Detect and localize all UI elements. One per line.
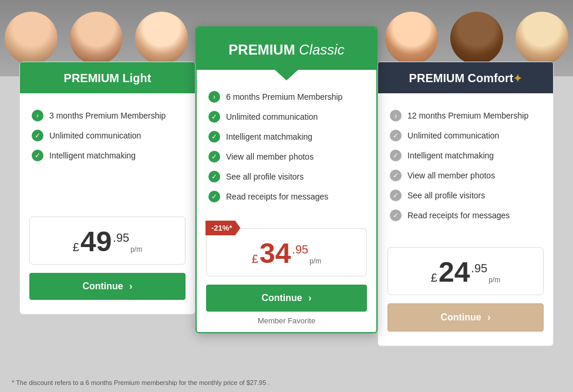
member-favorite-label: Member Favorite [197,316,376,332]
feature-icon-check: ✓ [32,130,43,141]
feature-icon-check: ✓ [208,191,220,202]
cards-section: PREMIUM Light › 3 months Premium Members… [11,26,562,346]
plan-comfort-features: › 12 months Premium Membership ✓ Unlimit… [378,93,553,241]
feature-icon-arrow: › [208,91,220,103]
plan-classic-title-italic: Classic [295,42,345,58]
plan-comfort-price-box: £ 24 .95 p/m [387,247,544,295]
price-currency: £ [431,271,437,285]
plan-comfort-title-styled: Comfort [464,72,513,85]
feature-label: Intelligent matchmaking [407,151,494,160]
feature-label: Intelligent matchmaking [226,132,312,141]
plan-light-features: › 3 months Premium Membership ✓ Unlimite… [20,93,195,211]
feature-item: ✓ Intelligent matchmaking [32,150,183,161]
feature-icon-check-gray: ✓ [390,170,402,181]
feature-label: View all member photos [226,152,314,161]
plan-comfort-continue-button[interactable]: Continue › [387,303,544,332]
feature-label: Intelligent matchmaking [49,151,136,160]
feature-item: ✓ Unlimited communication [32,130,183,141]
feature-item: ✓ See all profile visitors [208,171,365,183]
chevron-icon: › [487,312,490,322]
plan-classic-continue-button[interactable]: Continue › [206,285,367,312]
chevron-icon: › [129,281,132,291]
price-main: 49 [80,228,112,256]
plan-light-title-styled: Light [119,72,151,85]
price-display: £ 49 .95 p/m [36,228,179,256]
feature-label: Read receipts for messages [226,192,328,201]
plan-light: PREMIUM Light › 3 months Premium Members… [19,62,196,315]
feature-label: See all profile visitors [407,191,485,200]
plan-classic-features: › 6 months Premium Membership ✓ Unlimite… [197,70,376,222]
comfort-star-icon: ✦ [513,73,522,85]
price-main: 24 [439,258,470,286]
feature-label: 6 months Premium Membership [226,92,342,102]
feature-label: Unlimited communication [226,112,318,121]
feature-item: › 3 months Premium Membership [32,110,183,121]
feature-item: ✓ Intelligent matchmaking [390,150,541,161]
feature-label: Unlimited communication [49,131,141,140]
feature-icon-arrow-gray: › [390,110,402,121]
plan-classic-price-box: -21%* £ 34 .95 p/m [206,228,367,276]
price-period: p/m [488,276,500,284]
discount-badge: -21%* [205,221,240,235]
feature-icon-check-gray: ✓ [390,150,402,161]
feature-item: ✓ Read receipts for messages [390,209,541,221]
price-main: 34 [259,239,291,268]
feature-label: 3 months Premium Membership [49,111,166,120]
price-decimal: .95 [113,231,129,245]
feature-item: ✓ View all member photos [390,170,541,181]
feature-item: ✓ Unlimited communication [390,130,541,141]
plan-light-header: PREMIUM Light [20,62,195,93]
plan-comfort: PREMIUM Comfort✦ › 12 months Premium Mem… [377,62,554,346]
feature-icon-check: ✓ [208,111,220,123]
price-decimal: .95 [471,262,487,275]
feature-item: ✓ Unlimited communication [208,111,365,123]
price-display: £ 34 .95 p/m [213,239,360,268]
plan-comfort-title-normal: PREMIUM [409,72,464,85]
feature-label: Read receipts for messages [407,211,510,220]
price-currency: £ [252,252,258,266]
feature-item: › 6 months Premium Membership [208,91,365,103]
feature-label: View all member photos [407,171,495,180]
feature-item: ✓ Read receipts for messages [208,191,365,202]
feature-item: ✓ See all profile visitors [390,190,541,201]
plan-classic-header: PREMIUM Classic [197,28,376,70]
feature-icon-arrow: › [32,110,43,121]
plan-comfort-header: PREMIUM Comfort✦ [378,62,553,93]
price-currency: £ [73,241,79,254]
feature-item: › 12 months Premium Membership [390,110,541,121]
price-period: p/m [309,257,321,265]
page-wrapper: PREMIUM Light › 3 months Premium Members… [0,0,573,392]
plan-light-continue-button[interactable]: Continue › [29,273,186,300]
plan-light-title-normal: PREMIUM [64,72,119,85]
feature-label: See all profile visitors [226,172,304,181]
feature-icon-check-gray: ✓ [390,190,402,201]
feature-label: Unlimited communication [407,131,499,140]
feature-icon-check-gray: ✓ [390,130,402,141]
plan-classic: PREMIUM Classic › 6 months Premium Membe… [196,26,377,333]
feature-icon-check: ✓ [208,171,220,183]
plan-classic-title-normal: PREMIUM [228,42,295,58]
feature-icon-check: ✓ [32,150,43,161]
price-period: p/m [130,245,142,254]
price-decimal: .95 [292,243,308,256]
feature-item: ✓ View all member photos [208,151,365,163]
feature-icon-check-gray: ✓ [390,209,402,221]
plan-light-price-box: £ 49 .95 p/m [29,217,186,265]
feature-icon-check: ✓ [208,151,220,163]
feature-icon-check: ✓ [208,131,220,143]
feature-item: ✓ Intelligent matchmaking [208,131,365,143]
feature-label: 12 months Premium Membership [407,111,528,120]
price-display: £ 24 .95 p/m [394,258,537,286]
chevron-icon: › [308,293,311,303]
disclaimer-text: * The discount refers to a 6 months Prem… [12,379,269,386]
